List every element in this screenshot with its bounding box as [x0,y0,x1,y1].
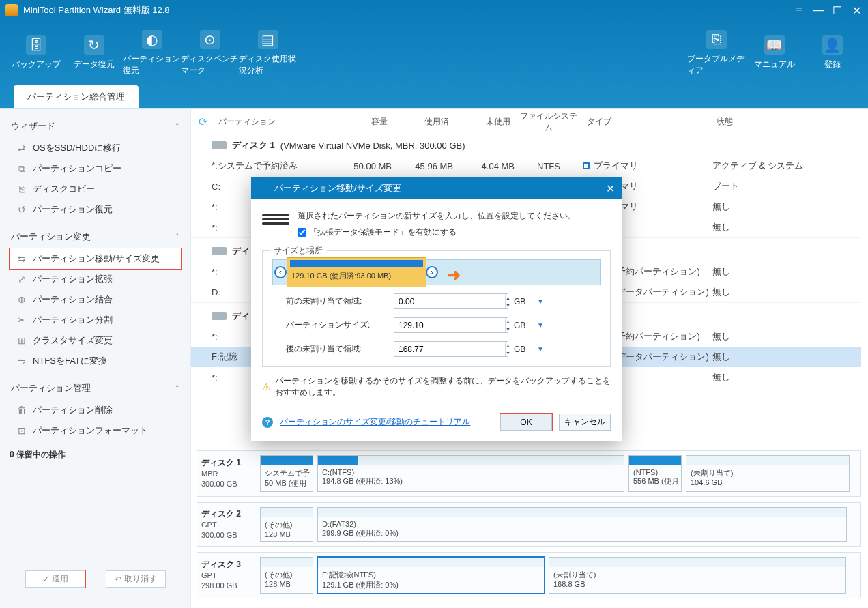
size-input[interactable] [394,294,505,308]
disk-map-row: ディスク 3GPT298.00 GB(その他)128 MBF:記憶域(NTFS)… [197,552,861,598]
disk-map-segment[interactable]: C:(NTFS)194.8 GB (使用済: 13%) [317,455,624,492]
col-partition[interactable]: パーティション [214,116,323,128]
apply-button[interactable]: ✓ 適用 [25,570,85,588]
disk-map-label: ディスク 3GPT298.00 GB [201,557,256,594]
spin-down-icon[interactable]: ▼ [506,349,510,357]
disk-map-segment[interactable]: (未割り当て)168.8 GB [549,557,846,594]
partition-row[interactable]: *:システムで予約済み50.00 MB45.96 MB4.04 MBNTFSプラ… [191,156,861,176]
slider-handle-left[interactable]: ‹ [274,266,287,278]
slider-tooltip: 129.10 GB (使用済:93.00 MB) [287,257,426,287]
sidebar-item-label: ディスクコピー [33,183,95,195]
tool-partition-recovery[interactable]: ◐パーティション復元 [123,30,181,76]
col-type[interactable]: タイプ [583,116,712,128]
sidebar-item[interactable]: ⇆パーティション移動/サイズ変更 [10,248,181,269]
spin-down-icon[interactable]: ▼ [506,302,510,309]
unit-label: GB [514,345,532,354]
tool-space-analyzer[interactable]: ▤ディスク使用状況分析 [239,30,297,76]
sidebar-item[interactable]: ⇋NTFSをFATに変換 [10,351,181,371]
sliders-icon [262,209,289,229]
action-icon: 🗑 [16,405,27,416]
size-input[interactable] [394,318,505,332]
maximize-icon[interactable]: ☐ [831,4,843,16]
manual-icon: 📖 [764,35,785,55]
size-slider-track[interactable]: ‹ 129.10 GB (使用済:93.00 MB) › ➜ [272,259,601,285]
field-label: パーティションサイズ: [272,319,388,331]
col-status[interactable]: 状態 [712,116,861,128]
action-icon: ⧉ [16,163,27,174]
number-spinner[interactable]: ▲▼ [394,317,508,333]
sidebar-item-label: パーティションフォーマット [33,424,148,437]
sidebar-item-label: パーティション移動/サイズ変更 [33,252,160,265]
help-icon[interactable]: ? [262,417,273,428]
tool-backup[interactable]: 🗄バックアップ [7,35,65,70]
sidebar-section-wizard[interactable]: ウィザード˄ [10,115,181,138]
unit-dropdown-icon[interactable]: ▼ [537,298,544,305]
ok-button[interactable]: OK [500,414,552,431]
sidebar-item[interactable]: ⊡パーティションフォーマット [10,420,181,441]
disk-header[interactable]: ディスク 1(VMware Virtual NVMe Disk, MBR, 30… [191,132,861,156]
tutorial-link[interactable]: パーティションのサイズ変更/移動のチュートリアル [280,416,470,428]
extended-protection-checkbox[interactable]: 「拡張データ保護モード」を有効にする [298,225,457,239]
action-icon: ⇋ [16,356,27,366]
sidebar-item[interactable]: ⧉パーティションコピー [10,158,181,179]
disk-map-segment[interactable]: D:(FAT32)299.9 GB (使用済: 0%) [317,507,847,542]
disk-map-row: ディスク 2GPT300.00 GB(その他)128 MBD:(FAT32)29… [197,502,861,547]
tool-bootable[interactable]: ⎘ブータブルメディア [687,30,745,76]
disk-map-segment[interactable]: (未割り当て)104.6 GB [686,455,850,492]
sidebar-item[interactable]: 🗑パーティション削除 [10,400,181,420]
sidebar-item[interactable]: ⎘ディスクコピー [10,179,181,199]
sidebar-section-manage[interactable]: パーティション管理˄ [10,377,181,400]
disk-map-segment[interactable]: F:記憶域(NTFS)129.1 GB (使用済: 0%) [317,557,545,594]
sidebar-item-label: パーティション拡張 [33,273,113,285]
disk-map-segment[interactable]: (その他)128 MB [260,557,313,594]
sidebar-item[interactable]: ↺パーティション復元 [10,199,181,220]
sidebar-item[interactable]: ⊕パーティション結合 [10,289,181,310]
spin-up-icon[interactable]: ▲ [506,342,510,349]
sidebar-item[interactable]: ⤢パーティション拡張 [10,269,181,289]
unit-dropdown-icon[interactable]: ▼ [537,321,544,329]
tool-benchmark[interactable]: ⊙ディスクベンチマーク [181,30,239,76]
spin-up-icon[interactable]: ▲ [506,294,510,302]
sidebar-item[interactable]: ✂パーティション分割 [10,310,181,330]
sidebar-item[interactable]: ⊞クラスタサイズ変更 [10,330,181,351]
number-spinner[interactable]: ▲▼ [394,293,508,309]
disk-map-segment[interactable]: (その他)128 MB [260,507,313,542]
col-free[interactable]: 未使用 [453,116,515,128]
number-spinner[interactable]: ▲▼ [394,341,508,357]
col-capacity[interactable]: 容量 [323,116,392,128]
action-icon: ↺ [16,204,27,215]
tab-partition-management[interactable]: パーティション総合管理 [14,85,139,108]
dialog-close-icon[interactable]: ✕ [606,182,615,195]
sidebar-item-label: パーティション結合 [33,293,113,306]
hamburger-icon[interactable]: ≡ [793,4,805,16]
tool-manual[interactable]: 📖マニュアル [745,35,803,70]
col-used[interactable]: 使用済 [392,116,453,128]
unit-dropdown-icon[interactable]: ▼ [537,345,544,353]
undo-button[interactable]: ↶ 取り消す [106,570,166,588]
disk-map-area: ディスク 1MBR300.00 GBシステムで予50 MB (使用C:(NTFS… [191,445,861,601]
close-icon[interactable]: ✕ [850,4,863,16]
chevron-up-icon: ˄ [175,122,179,131]
disk-icon [212,141,227,149]
sidebar-item[interactable]: ⇄OSをSSD/HDDに移行 [10,138,181,158]
minimize-icon[interactable]: — [812,4,824,16]
spin-down-icon[interactable]: ▼ [506,325,510,333]
tool-data-recovery[interactable]: ↻データ復元 [65,35,123,70]
grid-header: ⟳ パーティション 容量 使用済 未使用 ファイルシステム タイプ 状態 [191,112,861,132]
tab-strip: パーティション総合管理 [0,85,868,108]
disk-map-segment[interactable]: システムで予50 MB (使用 [260,455,313,492]
sidebar-section-change[interactable]: パーティション変更˄ [10,225,181,248]
sidebar-item-label: NTFSをFATに変換 [33,355,107,367]
size-input[interactable] [394,342,505,356]
slider-handle-right[interactable]: › [426,266,438,278]
tool-register[interactable]: 👤登録 [803,35,861,70]
disk-icon [212,247,227,255]
refresh-icon[interactable]: ⟳ [191,115,214,128]
dialog-description: 選択されたパーティションの新サイズを入力し、位置を設定してください。 [298,209,576,222]
cancel-button[interactable]: キャンセル [559,414,611,431]
dialog-titlebar: パーティション移動/サイズ変更 ✕ [251,177,622,199]
size-location-legend: サイズと場所 [270,245,327,257]
col-filesystem[interactable]: ファイルシステム [515,111,583,134]
spin-up-icon[interactable]: ▲ [506,318,510,325]
disk-map-segment[interactable]: (NTFS)556 MB (使月 [628,455,682,492]
